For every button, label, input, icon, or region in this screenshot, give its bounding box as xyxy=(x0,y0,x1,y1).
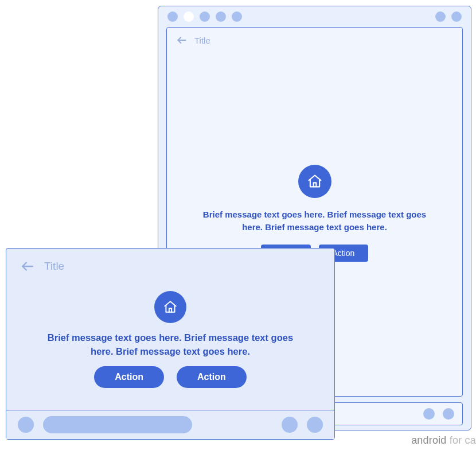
status-dot-active xyxy=(184,11,194,22)
watermark: android for ca xyxy=(411,435,476,447)
status-dot xyxy=(451,11,462,22)
nav-dot[interactable] xyxy=(282,417,298,433)
empty-state-message: Brief message text goes here. Brief mess… xyxy=(44,331,296,359)
home-icon xyxy=(298,165,331,198)
status-bar-right xyxy=(435,11,462,22)
nav-bar xyxy=(6,410,334,439)
nav-dot[interactable] xyxy=(443,408,454,420)
app-title: Title xyxy=(44,260,64,273)
status-dot xyxy=(216,11,226,22)
nav-pill[interactable] xyxy=(43,416,192,433)
app-header: Title xyxy=(167,28,462,53)
status-dot xyxy=(232,11,242,22)
status-dot xyxy=(435,11,446,22)
empty-state: Brief message text goes here. Brief mess… xyxy=(6,278,334,410)
app-panel: Title Brief message text goes here. Brie… xyxy=(6,249,334,410)
status-bar xyxy=(158,6,471,27)
nav-dot[interactable] xyxy=(18,417,34,433)
status-dot xyxy=(167,11,178,22)
action-button-2[interactable]: Action xyxy=(177,366,247,388)
watermark-suffix: for ca xyxy=(447,435,476,446)
action-row: Action Action xyxy=(94,366,247,388)
status-bar-left xyxy=(167,11,242,22)
back-arrow-icon[interactable] xyxy=(20,259,35,274)
app-title: Title xyxy=(194,36,210,45)
action-button-1[interactable]: Action xyxy=(94,366,164,388)
watermark-brand: android xyxy=(411,435,446,446)
status-dot xyxy=(200,11,210,22)
nav-dot[interactable] xyxy=(423,408,435,420)
back-arrow-icon[interactable] xyxy=(176,34,188,46)
home-icon xyxy=(154,291,186,323)
app-header: Title xyxy=(6,249,334,278)
nav-dot[interactable] xyxy=(307,417,323,433)
device-landscape-wireframe: Title Brief message text goes here. Brie… xyxy=(6,248,335,440)
empty-state-message: Brief message text goes here. Brief mess… xyxy=(201,208,428,234)
